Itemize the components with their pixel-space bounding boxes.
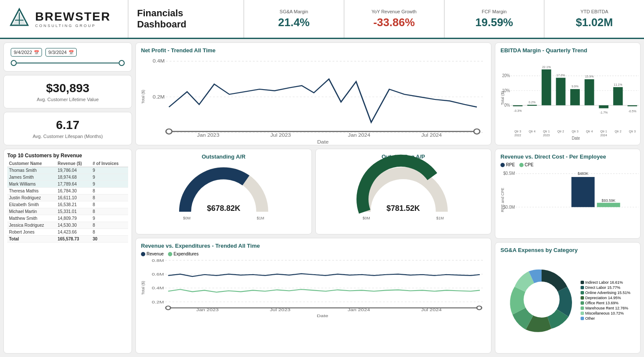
center-panel: Net Profit - Trended All Time Total ($) …	[135, 42, 491, 354]
date-start-value: 9/4/2022	[14, 50, 32, 55]
svg-text:0.6M: 0.6M	[152, 272, 164, 276]
row-customer-name: Matthew Smith	[7, 215, 56, 222]
donut-svg	[505, 263, 578, 336]
svg-text:17.0%: 17.0%	[557, 73, 565, 78]
row-revenue: 14,423.66	[56, 229, 91, 236]
slider-left-handle[interactable]	[11, 60, 17, 66]
svg-text:11.1%: 11.1%	[614, 82, 622, 87]
top-customers-card: Top 10 Customers by Revenue Customer Nam…	[3, 149, 132, 354]
row-invoices: 8	[91, 201, 128, 208]
rev-exp-title: Revenue vs. Expenditures - Trended All T…	[141, 243, 486, 249]
svg-point-14	[166, 129, 172, 134]
col-customer-name: Customer Name	[7, 160, 56, 167]
svg-rect-49	[527, 105, 537, 106]
date-start-box[interactable]: 9/4/2022 📅	[11, 48, 42, 57]
legend-misc-dot	[581, 312, 584, 315]
row-invoices: 8	[91, 222, 128, 229]
date-inputs: 9/4/2022 📅 9/3/2024 📅	[11, 48, 125, 57]
logo-area: BREWSTER CONSULTING GROUP	[0, 0, 129, 38]
legend-exp-dot	[168, 252, 172, 256]
svg-rect-59	[570, 89, 580, 105]
legend-rpe: RPE	[500, 162, 515, 167]
svg-text:-0.3%: -0.3%	[514, 108, 522, 113]
svg-text:0%: 0%	[504, 103, 510, 108]
kpi-ytd-label: YTD EBITDA	[581, 9, 608, 14]
row-customer-name: Elizabeth Smith	[7, 201, 56, 208]
svg-point-36	[166, 306, 171, 310]
kpi-sga-label: SG&A Margin	[280, 9, 309, 14]
row-revenue: 16,538.21	[56, 201, 91, 208]
main-content: 9/4/2022 📅 9/3/2024 📅 $30,893 Avg. Custo…	[0, 39, 644, 357]
svg-text:Qtr 2: Qtr 2	[614, 129, 621, 133]
kpi-sga-value: 21.4%	[278, 16, 310, 29]
right-panel: EBITDA Margin - Quarterly Trend Total ($…	[495, 42, 641, 354]
row-invoices: 8	[91, 195, 128, 201]
legend-warehouse-dot	[581, 306, 584, 310]
svg-text:$0.5M: $0.5M	[503, 171, 515, 176]
rev-direct-legend: RPE CPE	[500, 162, 635, 167]
legend-rpe-label: RPE	[506, 162, 515, 167]
row-customer-name: Jessica Rodriguez	[7, 222, 56, 229]
svg-rect-82	[597, 203, 620, 207]
legend-indirect-dot	[581, 281, 584, 284]
svg-point-16	[474, 129, 480, 134]
kpi-yoy-value: -33.86%	[373, 16, 415, 29]
legend-depreciation: Depreciation 14.95%	[581, 296, 631, 300]
svg-text:9.9%: 9.9%	[572, 84, 578, 89]
svg-text:Jan 2024: Jan 2024	[348, 132, 371, 138]
svg-text:Date: Date	[572, 135, 580, 141]
svg-text:0.8M: 0.8M	[152, 258, 164, 262]
donut-legend: Indirect Labor 16.61% Direct Labor 15.77…	[581, 280, 631, 321]
legend-exp-label: Expenditures	[174, 252, 198, 256]
header: BREWSTER CONSULTING GROUP Financials Das…	[0, 0, 644, 39]
svg-text:2022: 2022	[514, 133, 521, 138]
table-row: Michael Martin15,331.018	[7, 208, 128, 215]
table-title: Top 10 Customers by Revenue	[7, 153, 128, 159]
row-customer-name: Michael Martin	[7, 208, 56, 215]
legend-office-text: Office Rent 13.69%	[585, 301, 619, 305]
row-invoices: 8	[91, 229, 128, 236]
logo-icon	[9, 8, 30, 30]
ebitda-y-label: Total ($)	[500, 56, 505, 140]
legend-revenue-label: Revenue	[147, 252, 164, 256]
row-invoices: 9	[91, 167, 128, 174]
slider-right-handle[interactable]	[119, 60, 125, 66]
ebitda-title: EBITDA Margin - Quarterly Trend	[500, 47, 635, 54]
logo-name: BREWSTER	[35, 10, 111, 24]
legend-direct-labor: Direct Labor 15.77%	[581, 285, 631, 290]
legend-expenditures: Expenditures	[168, 252, 198, 256]
logo-sub: CONSULTING GROUP	[35, 24, 111, 28]
date-slider[interactable]	[11, 60, 125, 66]
ar-title: Outstanding A/R	[202, 153, 246, 160]
legend-miscellaneous: Miscellaneous 10.72%	[581, 311, 631, 315]
legend-cpe-dot	[519, 163, 524, 167]
svg-text:2023: 2023	[543, 133, 550, 138]
rev-exp-y-label: Total ($)	[141, 258, 145, 318]
row-customer-name: Justin Rodriguez	[7, 195, 56, 201]
calendar-start-icon: 📅	[34, 50, 39, 55]
clv-label: Avg. Customer Lifetime Value	[10, 97, 126, 102]
rev-exp-svg: 0.8M 0.6M 0.4M 0.2M Jan 2023 Jul 2023 Ja…	[147, 258, 486, 318]
page-title: Financials Dashboard	[137, 8, 235, 30]
svg-rect-45	[513, 105, 522, 106]
svg-rect-69	[613, 87, 623, 105]
svg-text:$0.0M: $0.0M	[503, 204, 515, 209]
legend-misc-text: Miscellaneous 10.72%	[585, 311, 624, 315]
svg-text:Qtr 2: Qtr 2	[557, 129, 564, 133]
table-row: Matthew Smith14,809.799	[7, 215, 128, 222]
clv-card: $30,893 Avg. Customer Lifetime Value	[3, 75, 132, 108]
svg-text:Jan 2023: Jan 2023	[197, 132, 219, 138]
svg-rect-80	[572, 177, 595, 207]
svg-point-38	[477, 306, 482, 310]
row-revenue: 19,786.04	[56, 167, 91, 174]
customers-table: Customer Name Revenue ($) # of Invoices …	[7, 160, 128, 243]
kpi-ytd-ebitda: YTD EBITDA $1.02M	[545, 0, 644, 38]
svg-text:Qtr 4: Qtr 4	[529, 129, 536, 133]
svg-rect-62	[584, 79, 594, 105]
svg-text:$1M: $1M	[257, 216, 264, 220]
table-row: Elizabeth Smith16,538.218	[7, 201, 128, 208]
date-end-box[interactable]: 9/3/2024 📅	[45, 48, 77, 57]
row-revenue: 16,784.30	[56, 188, 91, 195]
row-invoices: 9	[91, 181, 128, 188]
svg-text:$483K: $483K	[578, 171, 588, 176]
